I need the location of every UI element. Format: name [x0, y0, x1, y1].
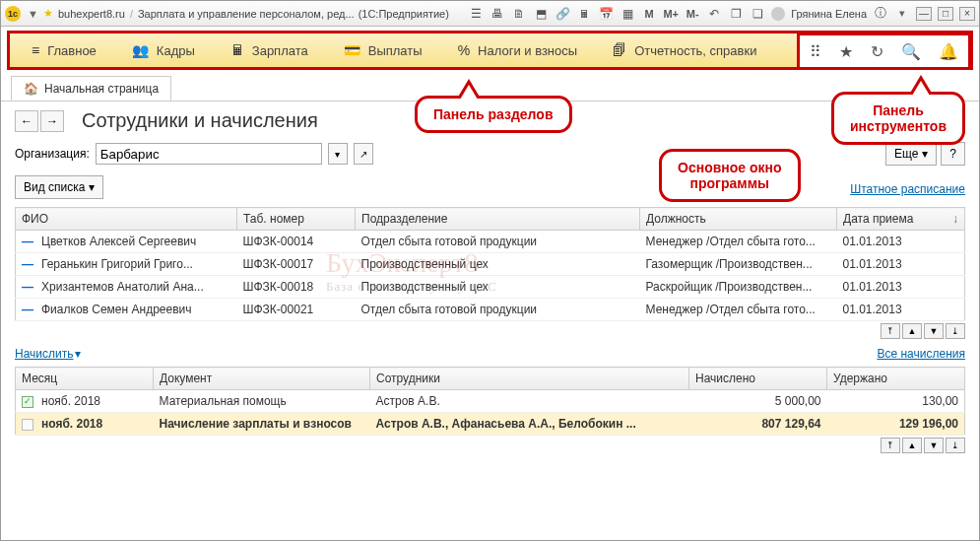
section-salary-label: Зарплата	[252, 43, 308, 58]
tab-home[interactable]: 🏠 Начальная страница	[11, 76, 171, 101]
row-marker-icon: —	[22, 235, 33, 248]
scroll-up-button[interactable]: ▲	[902, 323, 922, 339]
m-plus-button[interactable]: M+	[663, 6, 679, 22]
m-button[interactable]: M	[641, 6, 657, 22]
scroll-down-button[interactable]: ▼	[924, 323, 944, 339]
app-menu-dropdown[interactable]: ▼	[28, 8, 37, 20]
org-input[interactable]	[96, 143, 322, 165]
print-icon[interactable]: 🖶	[490, 6, 505, 22]
org-dropdown-button[interactable]: ▾	[328, 143, 348, 165]
list-mode-button[interactable]: Вид списка▾	[15, 175, 103, 199]
nav-forward-button[interactable]: →	[40, 110, 64, 132]
favorite-star-icon[interactable]: ★	[43, 7, 53, 20]
apps-icon[interactable]: ⠿	[810, 42, 821, 61]
history-icon[interactable]: ↻	[871, 42, 883, 61]
section-reports-label: Отчетность, справки	[634, 43, 756, 58]
section-main[interactable]: ≡Главное	[14, 42, 114, 58]
table-row[interactable]: нояб. 2018Материальная помощьАстров А.В.…	[16, 390, 965, 413]
close-button[interactable]: ×	[959, 7, 975, 21]
scroll-bottom-button[interactable]: ⤓	[946, 438, 965, 453]
home-icon: 🏠	[24, 82, 38, 96]
all-accruals-link[interactable]: Все начисления	[877, 347, 965, 361]
emp-scroll-controls: ⤒ ▲ ▼ ⤓	[15, 323, 965, 339]
list-mode-label: Вид списка	[24, 180, 85, 194]
back-icon[interactable]: ↶	[706, 6, 722, 22]
col-tab[interactable]: Таб. номер	[237, 208, 356, 231]
section-hr[interactable]: 👥Кадры	[114, 42, 213, 58]
link-icon[interactable]: 🔗	[555, 6, 570, 22]
section-taxes-label: Налоги и взносы	[478, 43, 577, 58]
nav-back-button[interactable]: ←	[15, 110, 38, 132]
col-accrued[interactable]: Начислено	[689, 368, 827, 390]
window-icon[interactable]: ❐	[728, 6, 744, 22]
calculator-icon[interactable]: 🖩	[576, 6, 592, 22]
info-icon[interactable]: ⓘ	[873, 6, 888, 22]
section-taxes[interactable]: %Налоги и взносы	[440, 42, 596, 58]
notifications-icon[interactable]: 🔔	[939, 42, 958, 61]
col-doc[interactable]: Документ	[154, 368, 370, 390]
table-row[interactable]: —Геранькин Григорий Григо...ШФЗК-00017Пр…	[16, 253, 965, 276]
section-hr-label: Кадры	[157, 43, 195, 58]
wallet-icon: 💳	[344, 42, 360, 58]
info-dropdown[interactable]: ▾	[897, 7, 907, 20]
col-dept[interactable]: Подразделение	[356, 208, 640, 231]
row-marker-icon: —	[22, 280, 33, 294]
search-icon[interactable]: 🔍	[901, 42, 921, 61]
user-name[interactable]: Грянина Елена	[791, 8, 867, 20]
table-row[interactable]: —Фиалков Семен АндреевичШФЗК-00021Отдел …	[16, 299, 965, 321]
section-salary[interactable]: 🖩Зарплата	[213, 42, 326, 58]
favorites-icon[interactable]: ★	[839, 42, 853, 61]
row-marker-icon: —	[22, 303, 33, 316]
section-main-label: Главное	[47, 43, 97, 58]
doc-status-icon	[22, 396, 33, 408]
table-row[interactable]: —Цветков Алексей СергеевичШФЗК-00014Отде…	[16, 231, 965, 253]
table-row[interactable]: —Хризантемов Анатолий Ана...ШФЗК-00018Пр…	[16, 276, 965, 299]
grid-icon[interactable]: ▦	[620, 6, 635, 22]
title-app: (1С:Предприятие)	[359, 8, 449, 20]
col-pos[interactable]: Должность	[640, 208, 837, 231]
calendar-icon[interactable]: 📅	[598, 6, 614, 22]
compare-icon[interactable]: ⬒	[533, 6, 549, 22]
scroll-top-button[interactable]: ⤒	[881, 323, 900, 339]
page-title: Сотрудники и начисления	[82, 109, 318, 132]
accrue-link[interactable]: Начислить	[15, 347, 73, 361]
m-minus-button[interactable]: M-	[685, 6, 700, 22]
col-month[interactable]: Месяц	[16, 368, 154, 390]
table-row[interactable]: нояб. 2018Начисление зарплаты и взносовА…	[16, 413, 965, 436]
toolbar-icon[interactable]: ☰	[468, 6, 484, 22]
preview-icon[interactable]: 🗎	[511, 6, 527, 22]
scroll-down-button[interactable]: ▼	[924, 438, 944, 453]
doc-status-icon	[22, 419, 33, 431]
col-hired[interactable]: Дата приема↓	[837, 208, 965, 231]
user-avatar-icon	[771, 7, 785, 21]
scroll-top-button[interactable]: ⤒	[881, 438, 900, 453]
chevron-down-icon: ▾	[89, 180, 95, 194]
scroll-bottom-button[interactable]: ⤓	[946, 323, 965, 339]
section-payouts[interactable]: 💳Выплаты	[326, 42, 440, 58]
accr-scroll-controls: ⤒ ▲ ▼ ⤓	[15, 438, 965, 453]
maximize-button[interactable]: □	[938, 7, 953, 21]
help-button[interactable]: ?	[941, 142, 965, 166]
section-reports[interactable]: 🗐Отчетность, справки	[595, 42, 774, 58]
scroll-up-button[interactable]: ▲	[902, 438, 922, 453]
app-logo-icon: 1c	[5, 6, 21, 22]
col-withheld[interactable]: Удержано	[827, 368, 965, 390]
employees-table: ФИО Таб. номер Подразделение Должность Д…	[15, 207, 965, 321]
org-open-button[interactable]: ↗	[354, 143, 373, 165]
more-button-label: Еще	[894, 147, 918, 161]
windows-icon[interactable]: ❏	[750, 6, 765, 22]
staffing-link[interactable]: Штатное расписание	[850, 182, 965, 196]
doc-icon: 🗐	[613, 42, 626, 58]
more-button[interactable]: Еще▾	[885, 142, 937, 166]
tab-home-label: Начальная страница	[44, 82, 159, 96]
col-emp[interactable]: Сотрудники	[370, 368, 689, 390]
title-doc: Зарплата и управление персоналом, ред...	[138, 8, 355, 20]
section-payouts-label: Выплаты	[368, 43, 423, 58]
chevron-down-icon: ▾	[75, 347, 81, 361]
menu-icon: ≡	[32, 42, 39, 58]
accruals-table: Месяц Документ Сотрудники Начислено Удер…	[15, 367, 965, 436]
people-icon: 👥	[132, 42, 149, 58]
col-fio[interactable]: ФИО	[16, 208, 237, 231]
minimize-button[interactable]: —	[916, 7, 932, 21]
title-site: buhexpert8.ru	[58, 8, 125, 20]
